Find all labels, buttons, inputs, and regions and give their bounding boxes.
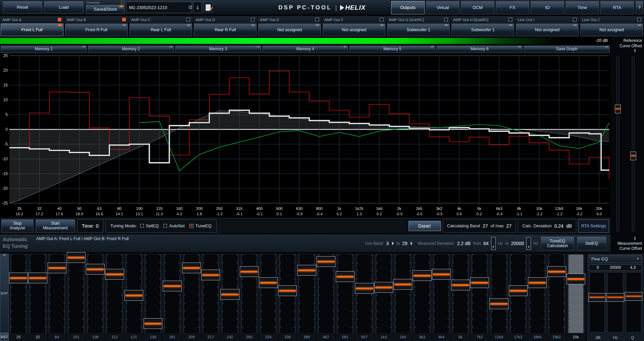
eq-band-slider-track[interactable] bbox=[126, 254, 142, 333]
eq-band-slider-handle[interactable] bbox=[86, 264, 105, 275]
eq-band-slider-track[interactable] bbox=[49, 254, 65, 333]
channel-link-checkbox[interactable] bbox=[573, 18, 577, 21]
frequency-response-graph[interactable]: 2520151050-5-10-15-20-252516.23217.24017… bbox=[0, 54, 610, 217]
freq-from-dropdown[interactable]: ▼ bbox=[491, 237, 496, 250]
load-button[interactable]: Load bbox=[44, 1, 84, 14]
help-button[interactable]: ? bbox=[636, 1, 643, 14]
eq-band-slider-handle[interactable] bbox=[317, 256, 335, 267]
channel-tab-5[interactable]: Not assigned bbox=[258, 23, 321, 36]
eq-band-slider-handle[interactable] bbox=[355, 283, 374, 294]
memory-button-2[interactable]: Memory 2 bbox=[88, 46, 174, 53]
save-store-button[interactable]: Save&Store bbox=[86, 5, 125, 14]
eq-band-slider-handle[interactable] bbox=[240, 266, 259, 277]
measurement-offset-slider-handle[interactable] bbox=[630, 152, 636, 160]
eq-band-slider-track[interactable] bbox=[491, 254, 507, 333]
eq-band-slider-handle[interactable] bbox=[182, 263, 201, 273]
eq-band-slider-track[interactable] bbox=[30, 254, 46, 333]
channel-tab-1[interactable]: Front L Full bbox=[1, 23, 63, 36]
eq-band-slider-handle[interactable] bbox=[48, 263, 66, 273]
tuning-mode-autoset[interactable]: AutoSet bbox=[163, 223, 184, 228]
eq-band-slider-handle[interactable] bbox=[163, 281, 181, 291]
eq-band-slider-track[interactable] bbox=[452, 254, 469, 333]
eq-band-slider-track[interactable] bbox=[510, 254, 526, 333]
channel-tab-3[interactable]: Rear L Full bbox=[129, 23, 192, 36]
measurement-offset-slider-track[interactable] bbox=[632, 56, 635, 231]
band-to-spinner[interactable]: ▲▼ bbox=[410, 242, 413, 245]
eq-band-slider-track[interactable] bbox=[337, 254, 353, 333]
eq-band-slider-handle[interactable] bbox=[278, 285, 297, 296]
eq-band-slider-track[interactable] bbox=[568, 254, 584, 333]
eq-band-slider-track[interactable] bbox=[548, 254, 565, 333]
stop-analyzer-button[interactable]: Stop Analyzer bbox=[1, 219, 34, 233]
channel-tab-10[interactable]: Not assigned bbox=[580, 23, 643, 36]
nav-button-dcm[interactable]: DCM bbox=[461, 1, 494, 14]
channel-tab-4[interactable]: Rear R Full bbox=[194, 23, 257, 36]
nav-button-outputs[interactable]: Outputs bbox=[391, 1, 425, 14]
channel-tab-9[interactable]: Not assigned bbox=[516, 23, 579, 36]
start-measurement-button[interactable]: Start Measurement bbox=[36, 219, 75, 233]
eq-band-slider-track[interactable] bbox=[87, 254, 103, 333]
tuning-mode-seteq[interactable]: SetEQ bbox=[140, 223, 159, 228]
channel-link-checkbox[interactable] bbox=[251, 18, 255, 21]
memory-button-1[interactable]: Memory 1 bbox=[1, 46, 87, 53]
channel-tab-6[interactable]: Not assigned bbox=[323, 23, 385, 36]
eq-band-slider-handle[interactable] bbox=[413, 270, 431, 281]
reset-button[interactable]: Reset bbox=[3, 1, 42, 14]
eq-band-slider-track[interactable] bbox=[68, 254, 84, 333]
channel-link-checkbox[interactable] bbox=[186, 18, 190, 21]
tuning-mode-tuneeq[interactable]: ✕TuneEQ bbox=[190, 223, 212, 228]
channel-link-checkbox[interactable] bbox=[122, 18, 126, 21]
eq-band-slider-handle[interactable] bbox=[105, 269, 124, 280]
eq-band-slider-handle[interactable] bbox=[9, 273, 28, 283]
freq-from-value[interactable]: 84 bbox=[483, 241, 489, 246]
unchecked-checkbox[interactable] bbox=[140, 224, 144, 228]
memory-button-6[interactable]: Memory 6 bbox=[436, 46, 523, 53]
eq-band-slider-handle[interactable] bbox=[567, 274, 585, 284]
rta-settings-button[interactable]: RTA Settings bbox=[578, 219, 609, 233]
eq-band-slider-track[interactable] bbox=[145, 254, 161, 333]
eq-band-slider-track[interactable] bbox=[472, 254, 488, 333]
overwrite-checkbox[interactable] bbox=[121, 1, 124, 4]
eq-band-slider-track[interactable] bbox=[164, 254, 180, 333]
unchecked-checkbox[interactable] bbox=[163, 224, 167, 228]
channel-link-checkbox[interactable] bbox=[508, 18, 512, 21]
bypass-button[interactable]: BYP bbox=[0, 253, 9, 333]
memory-slot-input[interactable] bbox=[194, 2, 202, 13]
checked-checkbox[interactable]: ✕ bbox=[190, 224, 194, 228]
channel-tab-8[interactable]: Subwoofer 1 bbox=[451, 23, 514, 36]
memory-button-4[interactable]: Memory 4 bbox=[262, 46, 348, 53]
fine-eq-slider-track-db[interactable] bbox=[589, 272, 605, 332]
reference-offset-slider-handle[interactable] bbox=[615, 105, 621, 113]
eq-band-slider-handle[interactable] bbox=[28, 273, 47, 283]
fine-eq-slider-handle[interactable] bbox=[625, 292, 642, 301]
nav-button-time[interactable]: Time bbox=[566, 1, 599, 14]
memory-button-3[interactable]: Memory 3 bbox=[175, 46, 261, 53]
use-band-to-value[interactable]: 29 bbox=[402, 241, 408, 246]
nav-button-virtual[interactable]: Virtual bbox=[426, 1, 460, 14]
band-from-spinner[interactable]: ▲▼ bbox=[391, 242, 394, 245]
use-band-from-value[interactable]: 3 bbox=[386, 241, 389, 246]
eq-band-slider-track[interactable] bbox=[356, 254, 372, 333]
eq-band-slider-handle[interactable] bbox=[451, 280, 470, 290]
eq-band-slider-track[interactable] bbox=[299, 254, 315, 333]
eq-band-slider-track[interactable] bbox=[222, 254, 238, 333]
channel-link-checkbox[interactable] bbox=[380, 18, 383, 21]
fine-eq-dropdown[interactable]: Fine EQ ▼ bbox=[589, 255, 642, 263]
eq-band-slider-handle[interactable] bbox=[144, 318, 162, 329]
channel-link-checkbox[interactable] bbox=[315, 18, 319, 21]
fine-eq-slider-track-hz[interactable] bbox=[607, 272, 623, 332]
freq-to-dropdown[interactable]: ▼ bbox=[526, 237, 531, 250]
fine-eq-slider-handle[interactable] bbox=[606, 293, 624, 302]
setup-filename-input[interactable] bbox=[126, 5, 188, 10]
eq-band-slider-handle[interactable] bbox=[259, 277, 278, 288]
eq-band-slider-handle[interactable] bbox=[336, 271, 355, 282]
eq-band-slider-track[interactable] bbox=[376, 254, 392, 333]
eq-band-slider-track[interactable] bbox=[433, 254, 449, 333]
tuneeq-calculation-button[interactable]: TuneEQ Calculation bbox=[541, 236, 574, 250]
eq-band-slider-handle[interactable] bbox=[393, 279, 412, 290]
eq-band-slider-handle[interactable] bbox=[528, 277, 547, 288]
reference-offset-slider-track[interactable] bbox=[616, 56, 619, 231]
fine-eq-slider-handle[interactable] bbox=[588, 293, 606, 302]
done-button[interactable]: Done! bbox=[409, 221, 441, 231]
eq-band-slider-track[interactable] bbox=[183, 254, 200, 333]
